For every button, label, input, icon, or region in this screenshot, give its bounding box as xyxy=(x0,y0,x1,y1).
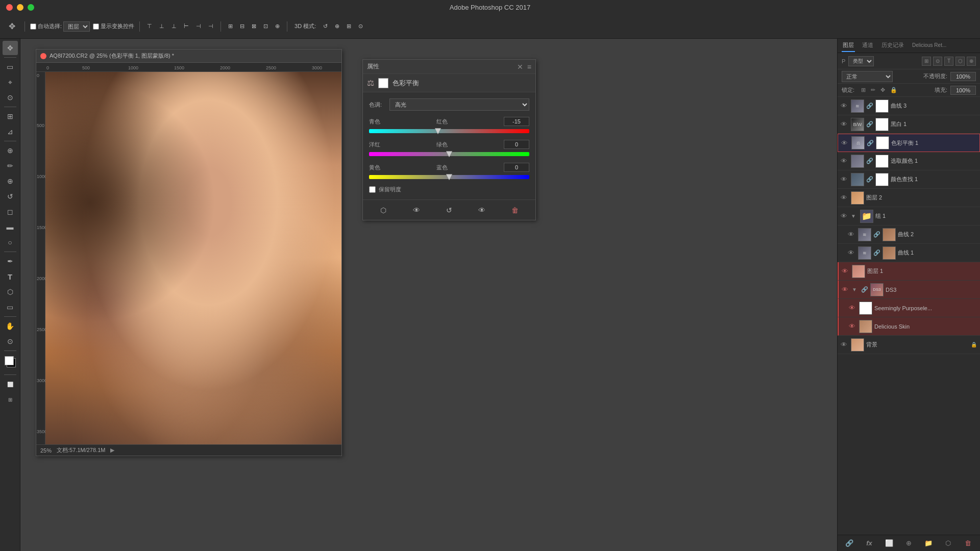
filter-smartobj-btn[interactable]: ⊕ xyxy=(967,57,976,66)
history-brush-tool[interactable]: ↺ xyxy=(3,189,18,204)
layer-item-curves2[interactable]: 👁 ≋ 🔗 曲线 2 xyxy=(838,226,980,244)
document-close-btn[interactable] xyxy=(40,53,46,59)
tab-layers[interactable]: 图层 xyxy=(842,39,855,52)
properties-menu-btn[interactable]: ≡ xyxy=(527,63,531,71)
layer-item-colorbalance1[interactable]: 👁 ⚖ 🔗 色彩平衡 1 xyxy=(838,134,980,152)
properties-close-btn[interactable]: ✕ xyxy=(517,63,523,71)
fill-input[interactable] xyxy=(950,86,976,95)
tab-channels[interactable]: 通道 xyxy=(861,39,874,52)
screen-mode-btn[interactable]: ⊞ xyxy=(3,392,18,407)
layer-visibility-curves2[interactable]: 👁 xyxy=(848,231,856,238)
canvas-nav-arrow[interactable]: ▶ xyxy=(110,447,114,454)
shape-tool[interactable]: ▭ xyxy=(3,300,18,314)
magenta-green-track[interactable] xyxy=(369,151,529,158)
lock-all-btn[interactable]: 🔒 xyxy=(889,86,899,94)
auto-select-checkbox[interactable]: 自动选择: 图层 xyxy=(30,21,90,32)
filter-adj-btn[interactable]: ⊙ xyxy=(933,57,942,66)
layer-visibility-colorbalance1[interactable]: 👁 xyxy=(841,139,849,147)
layer-visibility-group1[interactable]: 👁 xyxy=(841,212,849,220)
3d-rotate-btn[interactable]: ↺ xyxy=(321,22,330,31)
color-swatches[interactable] xyxy=(3,355,18,369)
layer-visibility-ds3[interactable]: 👁 xyxy=(842,286,850,293)
yellow-blue-track[interactable] xyxy=(369,173,529,181)
close-button[interactable] xyxy=(6,4,13,11)
visibility-btn[interactable]: 👁 xyxy=(475,203,489,217)
layer-visibility-colorlookup1[interactable]: 👁 xyxy=(841,176,849,183)
layer-item-layer1[interactable]: 👁 图层 1 xyxy=(838,262,980,281)
layer-visibility-background[interactable]: 👁 xyxy=(841,341,849,348)
delete-layer-btn[interactable]: 🗑 xyxy=(962,537,974,549)
3d-camera-btn[interactable]: ⊙ xyxy=(356,22,365,31)
hand-tool[interactable]: ✋ xyxy=(3,319,18,333)
filter-type-select[interactable]: 类型 名称 xyxy=(848,56,874,66)
minimize-button[interactable] xyxy=(17,4,23,11)
layer-expand-group1[interactable]: ▼ xyxy=(851,213,858,219)
layer-item-deliciousskin[interactable]: 👁 Delicious Skin xyxy=(838,317,980,336)
add-fx-btn[interactable]: fx xyxy=(863,537,875,549)
layer-visibility-layer1[interactable]: 👁 xyxy=(842,267,850,275)
move-tool-icon[interactable]: ✥ xyxy=(4,19,19,34)
layer-item-layer2[interactable]: 👁 图层 2 xyxy=(838,189,980,207)
delete-btn[interactable]: 🗑 xyxy=(508,203,522,217)
cyan-red-value[interactable] xyxy=(504,117,529,126)
align-bottom-btn[interactable]: ⊥ xyxy=(169,22,179,31)
tone-select[interactable]: 阴影 中间调 高光 xyxy=(389,98,529,111)
tab-delicious-ret[interactable]: Delicious Ret... xyxy=(911,40,947,51)
layer-visibility-seemingly[interactable]: 👁 xyxy=(849,304,857,312)
filter-pixel-btn[interactable]: ⊞ xyxy=(922,57,931,66)
filter-shape-btn[interactable]: ⬡ xyxy=(955,57,965,66)
lock-position-btn[interactable]: ✥ xyxy=(879,86,887,94)
quick-select-tool[interactable]: ⊙ xyxy=(3,90,18,105)
align-top-btn[interactable]: ⊤ xyxy=(145,22,154,31)
path-tool[interactable]: ⬡ xyxy=(3,285,18,299)
layer-visibility-selectivecolor1[interactable]: 👁 xyxy=(841,157,849,165)
layer-select[interactable]: 图层 xyxy=(63,21,90,32)
lasso-tool[interactable]: ⌖ xyxy=(3,75,18,89)
distribute4-btn[interactable]: ⊡ xyxy=(261,22,270,31)
brush-tool[interactable]: ✏ xyxy=(3,159,18,173)
gradient-tool[interactable]: ▬ xyxy=(3,220,18,234)
distribute3-btn[interactable]: ⊠ xyxy=(250,22,258,31)
align-right-btn[interactable]: ⊣ xyxy=(206,22,215,31)
layer-visibility-layer2[interactable]: 👁 xyxy=(841,194,849,202)
clone-tool[interactable]: ⊕ xyxy=(3,174,18,188)
layer-item-curves1[interactable]: 👁 ≋ 🔗 曲线 1 xyxy=(838,244,980,262)
align-vcenter-btn[interactable]: ⊥ xyxy=(157,22,166,31)
maximize-button[interactable] xyxy=(28,4,34,11)
new-layer-btn[interactable]: ⬡ xyxy=(942,537,954,549)
distribute5-btn[interactable]: ⊕ xyxy=(273,22,282,31)
type-tool[interactable]: T xyxy=(3,269,18,284)
lock-transparent-btn[interactable]: ⊞ xyxy=(860,86,867,94)
align-left-btn[interactable]: ⊢ xyxy=(182,22,191,31)
add-link-btn[interactable]: 🔗 xyxy=(843,537,855,549)
filter-type-btn[interactable]: T xyxy=(944,57,953,66)
pen-tool[interactable]: ✒ xyxy=(3,254,18,268)
layer-visibility-curves3[interactable]: 👁 xyxy=(841,102,849,110)
add-adjustment-btn[interactable]: ⊕ xyxy=(902,537,915,549)
quick-mask-btn[interactable]: ⬜ xyxy=(3,377,18,391)
layer-visibility-bw1[interactable]: 👁 xyxy=(841,120,849,128)
tab-history[interactable]: 历史记录 xyxy=(880,39,905,52)
crop-tool[interactable]: ⊞ xyxy=(3,109,18,123)
reset-btn[interactable]: ↺ xyxy=(442,203,456,217)
healing-tool[interactable]: ⊕ xyxy=(3,143,18,158)
clip-to-layer-btn[interactable]: ⬡ xyxy=(376,203,390,217)
eraser-tool[interactable]: ◻ xyxy=(3,205,18,219)
distribute-btn[interactable]: ⊞ xyxy=(226,22,235,31)
canvas-image[interactable] xyxy=(45,72,341,444)
dodge-tool[interactable]: ○ xyxy=(3,235,18,249)
3d-move-btn[interactable]: ⊕ xyxy=(333,22,341,31)
layer-item-colorlookup1[interactable]: 👁 🔗 颜色查找 1 xyxy=(838,170,980,189)
layer-visibility-curves1[interactable]: 👁 xyxy=(848,249,856,257)
layer-expand-ds3[interactable]: ▼ xyxy=(852,287,859,292)
magenta-green-value[interactable] xyxy=(504,140,529,149)
marquee-tool[interactable]: ▭ xyxy=(3,60,18,74)
preserve-luminosity-checkbox[interactable] xyxy=(369,186,376,193)
yellow-blue-value[interactable] xyxy=(504,163,529,172)
layer-item-bw1[interactable]: 👁 B/W 🔗 黑白 1 xyxy=(838,115,980,134)
3d-scale-btn[interactable]: ⊞ xyxy=(345,22,353,31)
layer-item-seemingly[interactable]: 👁 Seemingly Purposele... xyxy=(838,299,980,317)
align-hcenter-btn[interactable]: ⊣ xyxy=(194,22,203,31)
zoom-tool[interactable]: ⊙ xyxy=(3,334,18,348)
show-transform-checkbox[interactable]: 显示变换控件 xyxy=(93,22,134,30)
